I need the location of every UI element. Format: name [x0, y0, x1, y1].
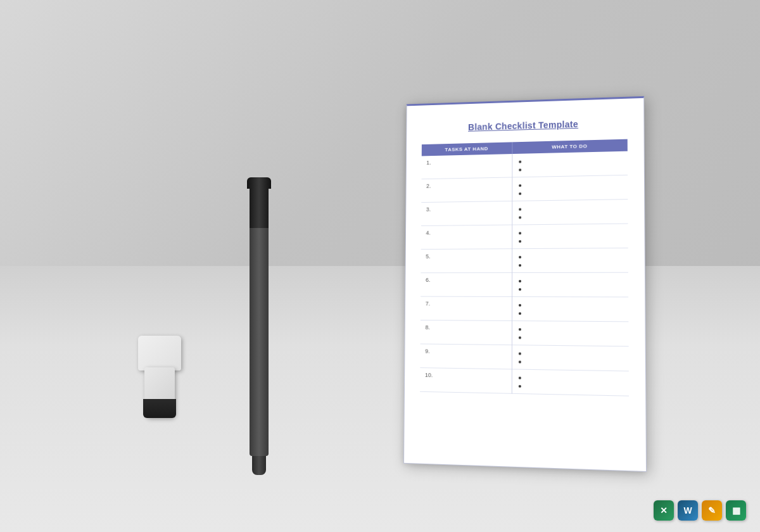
table-row: 8.: [421, 320, 629, 346]
bullet-group: [519, 374, 624, 392]
table-row: 10.: [420, 368, 629, 396]
task-cell: 4.: [421, 225, 512, 250]
bullet-group: [519, 203, 623, 220]
task-cell: 7.: [421, 296, 512, 320]
bullet-group: [519, 155, 622, 173]
bullet-dot: [519, 328, 521, 331]
todo-cell: [512, 248, 628, 273]
bullet-item: [519, 375, 624, 383]
todo-cell: [512, 345, 628, 371]
format-icons-group: ✕ W ✎ ▦: [654, 500, 746, 521]
bullet-dot: [519, 377, 521, 379]
document-wrapper: Blank Checklist Template TASKS AT HAND W…: [402, 98, 643, 466]
row-number: 1.: [426, 160, 431, 166]
bullet-dot: [519, 288, 521, 291]
bullet-group: [519, 301, 623, 317]
bullet-item: [519, 180, 623, 189]
bullet-group: [519, 228, 623, 244]
bullet-item: [519, 229, 623, 237]
table-row: 1.: [421, 151, 628, 179]
bullet-dot: [519, 304, 521, 307]
bullet-dot: [519, 280, 521, 282]
row-number: 9.: [425, 348, 429, 354]
table-row: 6.: [421, 272, 628, 297]
bullet-dot: [519, 256, 521, 258]
bullet-item: [519, 205, 623, 212]
bullet-item: [519, 383, 624, 391]
table-row: 3.: [421, 200, 628, 226]
bullet-dot: [519, 232, 521, 234]
document: Blank Checklist Template TASKS AT HAND W…: [403, 96, 647, 472]
task-cell: 2.: [421, 177, 512, 203]
bullet-group: [519, 277, 623, 293]
bullet-dot: [519, 264, 521, 267]
bullet-item: [519, 286, 623, 293]
bullet-group: [519, 349, 623, 367]
todo-cell: [512, 175, 628, 201]
marker-object: [247, 177, 271, 475]
bullet-group: [519, 179, 623, 197]
bullet-item: [519, 278, 623, 284]
task-cell: 1.: [421, 154, 512, 179]
excel-icon[interactable]: ✕: [654, 500, 674, 521]
bullet-dot: [519, 352, 521, 355]
word-icon[interactable]: W: [678, 500, 698, 521]
table-row: 7.: [421, 296, 628, 322]
bullet-item: [519, 310, 623, 317]
task-cell: 8.: [421, 320, 512, 345]
bullet-dot: [519, 168, 521, 171]
todo-cell: [512, 272, 629, 297]
todo-cell: [512, 200, 628, 225]
row-number: 4.: [426, 230, 431, 236]
table-row: 9.: [420, 344, 628, 371]
todo-cell: [512, 321, 628, 346]
row-number: 5.: [426, 253, 430, 260]
bullet-group: [519, 252, 623, 269]
bullet-dot: [519, 240, 521, 243]
bullet-item: [519, 334, 623, 342]
task-cell: 3.: [421, 201, 512, 225]
todo-cell: [512, 369, 629, 396]
bullet-item: [519, 358, 623, 367]
bullet-dot: [519, 216, 521, 218]
task-cell: 9.: [420, 344, 512, 369]
document-title: Blank Checklist Template: [422, 118, 628, 134]
stamp-object: [138, 336, 182, 418]
task-cell: 6.: [421, 273, 512, 297]
pages-icon[interactable]: ✎: [702, 500, 722, 521]
bullet-item: [519, 350, 623, 358]
table-row: 2.: [421, 175, 628, 202]
bullet-dot: [519, 161, 521, 163]
word-icon-label: W: [683, 505, 692, 516]
table-row: 5.: [421, 248, 628, 273]
bullet-item: [519, 156, 622, 165]
numbers-icon-label: ▦: [732, 505, 740, 516]
bullet-dot: [519, 208, 521, 211]
row-number: 8.: [425, 324, 429, 331]
row-number: 10.: [425, 372, 433, 378]
row-number: 2.: [426, 183, 431, 189]
bullet-item: [519, 302, 623, 309]
bullet-item: [519, 253, 623, 260]
bullet-dot: [519, 184, 521, 187]
bullet-group: [519, 325, 623, 342]
bullet-dot: [519, 360, 521, 363]
bullet-item: [519, 189, 623, 197]
row-number: 3.: [426, 206, 431, 213]
todo-cell: [512, 151, 628, 177]
bullet-dot: [519, 385, 521, 388]
row-number: 6.: [426, 277, 430, 283]
task-cell: 5.: [421, 249, 512, 273]
row-number: 7.: [426, 300, 430, 307]
todo-cell: [512, 296, 629, 321]
bullet-dot: [519, 193, 521, 195]
bullet-item: [519, 262, 623, 269]
excel-icon-label: ✕: [660, 505, 668, 516]
bullet-dot: [519, 312, 521, 315]
todo-cell: [512, 224, 628, 249]
bullet-dot: [519, 336, 521, 339]
bullet-item: [519, 213, 623, 220]
numbers-icon[interactable]: ▦: [726, 500, 746, 521]
task-cell: 10.: [420, 368, 512, 394]
pages-icon-label: ✎: [708, 505, 716, 516]
